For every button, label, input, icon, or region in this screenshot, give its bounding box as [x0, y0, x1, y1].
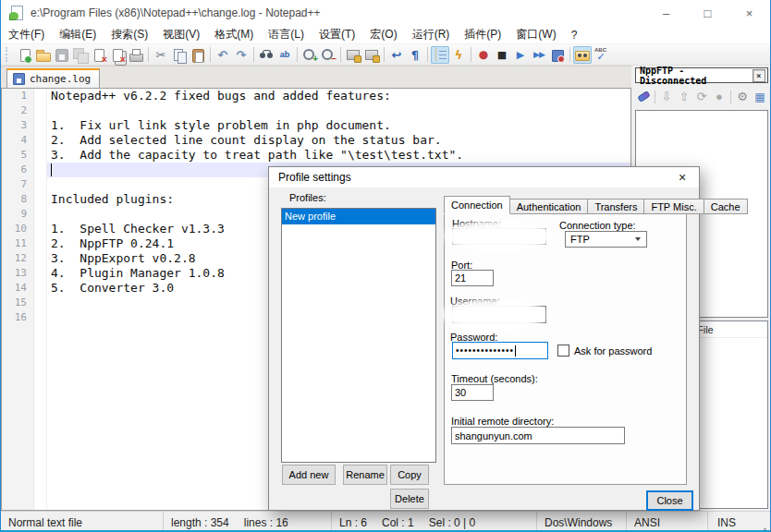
- nppftp-close-icon[interactable]: ×: [753, 69, 766, 82]
- saved-file-icon: [13, 73, 25, 85]
- add-new-button[interactable]: Add new: [282, 465, 336, 485]
- macro-save-icon[interactable]: [548, 46, 567, 64]
- replace-icon[interactable]: ab: [275, 46, 294, 64]
- status-cursor-position: Ln : 6 Col : 1 Sel : 0 | 0: [332, 512, 537, 532]
- menu-help[interactable]: ?: [564, 27, 585, 43]
- toolbar-separator: [210, 47, 211, 62]
- line-number: 4: [2, 133, 33, 148]
- status-length: length : 354: [171, 516, 229, 529]
- profiles-listbox[interactable]: New profile: [281, 208, 436, 463]
- tab-transfers[interactable]: Transfers: [588, 199, 644, 214]
- ask-for-password-label[interactable]: Ask for password: [574, 345, 652, 357]
- nppftp-show-icon[interactable]: [573, 46, 592, 64]
- menu-format[interactable]: 格式(M): [207, 25, 261, 44]
- copy-icon[interactable]: [170, 46, 189, 64]
- tab-ftp-misc[interactable]: FTP Misc.: [644, 199, 704, 214]
- menu-language[interactable]: 语言(L): [261, 25, 312, 44]
- line-number: 5: [2, 148, 33, 163]
- find-icon[interactable]: [257, 46, 275, 64]
- notepad-plus-plus-logo-icon: [9, 6, 24, 20]
- undo-icon[interactable]: ↶: [214, 46, 232, 64]
- port-input[interactable]: [451, 270, 494, 286]
- ask-for-password-checkbox[interactable]: [557, 345, 569, 357]
- cut-icon[interactable]: ✂: [152, 46, 170, 64]
- copy-button[interactable]: Copy: [390, 465, 429, 485]
- ftp-abort-icon[interactable]: ●: [712, 89, 727, 105]
- menu-settings[interactable]: 设置(T): [312, 25, 362, 44]
- line-number-gutter: 1 2 3 4 5 6 7 8 9 10 11 12 13 14 15 16: [2, 89, 33, 510]
- ftp-messages-icon[interactable]: ▦: [753, 89, 767, 105]
- status-insert-mode: INS: [708, 512, 770, 532]
- toolbar-separator: [253, 47, 254, 62]
- profile-list-item-selected[interactable]: New profile: [282, 209, 435, 224]
- menu-edit[interactable]: 编辑(E): [52, 25, 104, 44]
- sync-horizontal-scrolling-icon[interactable]: [362, 46, 381, 64]
- line-number: 16: [2, 310, 33, 325]
- password-input[interactable]: ••••••••••••••: [452, 342, 548, 359]
- macro-stop-icon[interactable]: ■: [493, 46, 511, 64]
- menu-window[interactable]: 窗口(W): [508, 25, 563, 44]
- ftp-upload-icon[interactable]: ⇧: [677, 89, 691, 105]
- ftp-refresh-icon[interactable]: ⟳: [694, 89, 709, 105]
- sync-vertical-scrolling-icon[interactable]: [344, 46, 362, 64]
- menu-file[interactable]: 文件(F): [1, 25, 52, 44]
- menu-plugins[interactable]: 插件(P): [457, 25, 508, 44]
- save-icon[interactable]: [53, 46, 71, 64]
- macro-record-icon[interactable]: ●: [474, 46, 493, 64]
- indent-guide-icon[interactable]: [431, 46, 449, 64]
- line-number: 2: [2, 103, 33, 118]
- toolbar-separator: [569, 47, 570, 62]
- line-number: 9: [2, 207, 33, 222]
- line-number: 13: [2, 266, 33, 281]
- zoom-in-icon[interactable]: [300, 46, 319, 64]
- timeout-input[interactable]: [451, 384, 494, 401]
- connection-type-select[interactable]: FTP: [565, 231, 647, 248]
- menu-run[interactable]: 运行(R): [405, 25, 458, 44]
- function-completion-icon[interactable]: ϟ: [449, 46, 468, 64]
- save-all-icon[interactable]: [71, 46, 90, 64]
- ftp-download-icon[interactable]: ⇩: [659, 89, 674, 105]
- spell-check-icon[interactable]: ✓: [592, 46, 610, 64]
- delete-button[interactable]: Delete: [390, 489, 429, 509]
- tab-cache[interactable]: Cache: [704, 199, 748, 214]
- toolbar-separator: [340, 47, 341, 62]
- status-encoding: ANSI: [627, 512, 708, 532]
- open-file-icon[interactable]: [34, 46, 53, 64]
- toolbar-separator: [297, 47, 298, 62]
- redo-icon[interactable]: ↷: [232, 46, 251, 64]
- close-all-icon[interactable]: [108, 46, 127, 64]
- minimize-button[interactable]: –: [645, 0, 687, 26]
- text-caret: [51, 163, 52, 176]
- close-button[interactable]: ×: [728, 0, 770, 26]
- tab-authentication[interactable]: Authentication: [510, 199, 589, 214]
- initial-remote-directory-input[interactable]: [451, 427, 625, 444]
- resize-grip[interactable]: [764, 528, 766, 531]
- close-file-icon[interactable]: [90, 46, 108, 64]
- paste-icon[interactable]: [189, 46, 207, 64]
- close-dialog-button[interactable]: Close: [646, 490, 693, 511]
- dialog-title: Profile settings: [278, 171, 351, 184]
- macro-play-icon[interactable]: ▶: [511, 46, 530, 64]
- connection-type-value: FTP: [570, 234, 590, 245]
- initial-remote-directory-label: Initial remote directory:: [451, 416, 554, 427]
- ftp-connect-icon[interactable]: [636, 89, 651, 105]
- menu-macro[interactable]: 宏(O): [362, 25, 404, 44]
- maximize-button[interactable]: □: [687, 0, 728, 26]
- macro-run-multiple-icon[interactable]: ▶▶: [530, 46, 548, 64]
- print-icon[interactable]: [127, 46, 145, 64]
- rename-button[interactable]: Rename: [343, 465, 387, 485]
- tab-change-log[interactable]: change.log: [6, 68, 100, 88]
- new-file-icon[interactable]: [16, 46, 34, 64]
- connection-tab-page: Hostname: Connection type: FTP Port: Use…: [444, 213, 687, 485]
- tab-connection[interactable]: Connection: [444, 196, 510, 214]
- menu-view[interactable]: 视图(V): [155, 25, 207, 44]
- ftp-settings-icon[interactable]: ⚙: [735, 89, 750, 105]
- zoom-out-icon[interactable]: [319, 46, 337, 64]
- dialog-close-icon[interactable]: ×: [666, 167, 699, 187]
- show-all-characters-icon[interactable]: ¶: [406, 46, 424, 64]
- nppftp-caption: NppFTP - Disconnected ×: [635, 67, 768, 83]
- profile-settings-dialog: Profile settings × Profiles: New profile…: [268, 166, 700, 511]
- status-column: Col : 1: [382, 516, 414, 529]
- menu-search[interactable]: 搜索(S): [104, 25, 155, 44]
- word-wrap-icon[interactable]: ↩: [387, 46, 406, 64]
